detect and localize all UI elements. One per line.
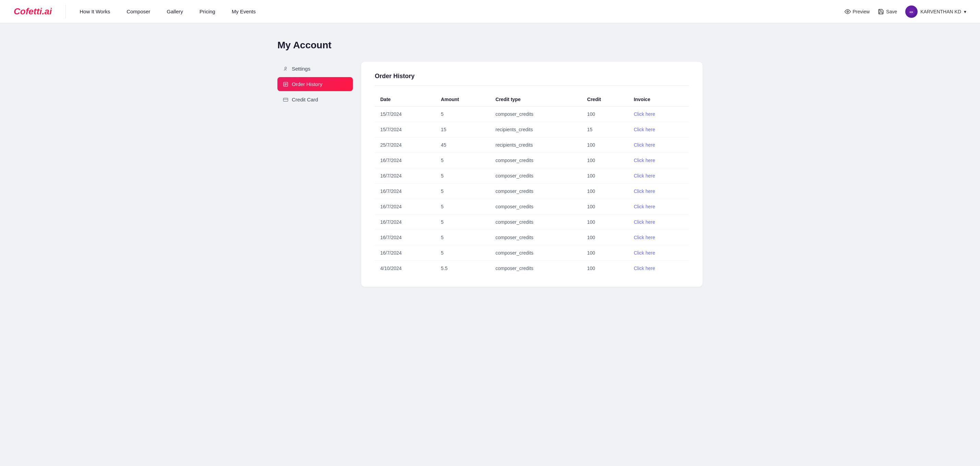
cell-credit-5: 100 bbox=[582, 184, 628, 199]
brand-logo[interactable]: Cofetti.ai bbox=[14, 6, 52, 17]
invoice-link-3[interactable]: Click here bbox=[634, 158, 655, 163]
cell-amount-3: 5 bbox=[436, 153, 490, 168]
nav-actions: Preview Save KK KARVENTHAN KD ▾ bbox=[845, 5, 967, 18]
nav-link-composer[interactable]: Composer bbox=[127, 9, 150, 14]
cell-credit-7: 100 bbox=[582, 214, 628, 230]
svg-point-0 bbox=[846, 11, 848, 12]
cell-credit_type-8: composer_credits bbox=[490, 230, 582, 245]
invoice-link-2[interactable]: Click here bbox=[634, 142, 655, 148]
content-layout: Settings Order History Credit Card Order… bbox=[277, 62, 703, 287]
cell-amount-5: 5 bbox=[436, 184, 490, 199]
sidebar: Settings Order History Credit Card bbox=[277, 62, 353, 106]
cell-date-3: 16/7/2024 bbox=[375, 153, 436, 168]
table-row: 16/7/20245composer_credits100Click here bbox=[375, 245, 689, 261]
main-content: Order History DateAmountCredit typeCredi… bbox=[361, 62, 703, 287]
nav-link-pricing[interactable]: Pricing bbox=[200, 9, 215, 14]
cell-amount-8: 5 bbox=[436, 230, 490, 245]
invoice-link-0[interactable]: Click here bbox=[634, 111, 655, 117]
cell-credit-0: 100 bbox=[582, 106, 628, 122]
table-row: 16/7/20245composer_credits100Click here bbox=[375, 214, 689, 230]
cell-credit-8: 100 bbox=[582, 230, 628, 245]
cell-credit_type-1: recipients_credits bbox=[490, 122, 582, 137]
cell-invoice-0: Click here bbox=[628, 106, 689, 122]
cell-date-6: 16/7/2024 bbox=[375, 199, 436, 214]
cell-amount-9: 5 bbox=[436, 245, 490, 261]
cell-credit_type-9: composer_credits bbox=[490, 245, 582, 261]
svg-rect-4 bbox=[283, 82, 288, 86]
section-title: Order History bbox=[375, 73, 689, 86]
cell-amount-10: 5.5 bbox=[436, 261, 490, 276]
nav-divider bbox=[65, 5, 66, 19]
invoice-link-10[interactable]: Click here bbox=[634, 266, 655, 271]
avatar: KK bbox=[905, 5, 918, 18]
cell-invoice-2: Click here bbox=[628, 137, 689, 153]
invoice-link-6[interactable]: Click here bbox=[634, 204, 655, 209]
cell-credit_type-6: composer_credits bbox=[490, 199, 582, 214]
cell-amount-0: 5 bbox=[436, 106, 490, 122]
sidebar-item-settings[interactable]: Settings bbox=[277, 62, 353, 76]
cell-credit-6: 100 bbox=[582, 199, 628, 214]
sidebar-item-credit-card[interactable]: Credit Card bbox=[277, 92, 353, 106]
cell-credit-2: 100 bbox=[582, 137, 628, 153]
user-chevron-icon: ▾ bbox=[964, 9, 966, 14]
cell-invoice-3: Click here bbox=[628, 153, 689, 168]
col-header-date: Date bbox=[375, 92, 436, 106]
cell-amount-6: 5 bbox=[436, 199, 490, 214]
cell-amount-7: 5 bbox=[436, 214, 490, 230]
table-row: 16/7/20245composer_credits100Click here bbox=[375, 184, 689, 199]
cell-invoice-5: Click here bbox=[628, 184, 689, 199]
cell-invoice-7: Click here bbox=[628, 214, 689, 230]
cell-credit_type-2: recipients_credits bbox=[490, 137, 582, 153]
invoice-link-1[interactable]: Click here bbox=[634, 127, 655, 132]
col-header-credit: Credit bbox=[582, 92, 628, 106]
invoice-link-5[interactable]: Click here bbox=[634, 189, 655, 194]
page-title: My Account bbox=[277, 40, 703, 51]
cell-date-0: 15/7/2024 bbox=[375, 106, 436, 122]
preview-button[interactable]: Preview bbox=[845, 9, 870, 15]
svg-rect-8 bbox=[283, 98, 288, 101]
cell-credit_type-4: composer_credits bbox=[490, 168, 582, 184]
table-row: 15/7/202415recipients_credits15Click her… bbox=[375, 122, 689, 137]
cell-date-8: 16/7/2024 bbox=[375, 230, 436, 245]
cell-invoice-10: Click here bbox=[628, 261, 689, 276]
table-row: 16/7/20245composer_credits100Click here bbox=[375, 168, 689, 184]
table-header-row: DateAmountCredit typeCreditInvoice bbox=[375, 92, 689, 106]
cell-date-2: 25/7/2024 bbox=[375, 137, 436, 153]
sidebar-label-settings: Settings bbox=[292, 66, 310, 71]
invoice-link-7[interactable]: Click here bbox=[634, 219, 655, 225]
save-icon bbox=[878, 9, 884, 15]
sidebar-item-order-history[interactable]: Order History bbox=[277, 77, 353, 91]
cell-invoice-1: Click here bbox=[628, 122, 689, 137]
table-row: 16/7/20245composer_credits100Click here bbox=[375, 199, 689, 214]
navbar: Cofetti.ai How It WorksComposerGalleryPr… bbox=[0, 0, 980, 23]
preview-icon bbox=[845, 9, 851, 15]
sidebar-label-order-history: Order History bbox=[292, 81, 322, 87]
order-history-icon bbox=[283, 82, 288, 87]
user-menu[interactable]: KK KARVENTHAN KD ▾ bbox=[905, 5, 966, 18]
nav-link-how-it-works[interactable]: How It Works bbox=[80, 9, 110, 14]
invoice-link-8[interactable]: Click here bbox=[634, 235, 655, 240]
cell-credit_type-7: composer_credits bbox=[490, 214, 582, 230]
cell-credit_type-0: composer_credits bbox=[490, 106, 582, 122]
col-header-amount: Amount bbox=[436, 92, 490, 106]
user-name: KARVENTHAN KD bbox=[920, 9, 961, 14]
nav-links: How It WorksComposerGalleryPricingMy Eve… bbox=[80, 9, 844, 14]
cell-invoice-8: Click here bbox=[628, 230, 689, 245]
cell-date-9: 16/7/2024 bbox=[375, 245, 436, 261]
save-label: Save bbox=[886, 9, 897, 14]
table-row: 25/7/202445recipients_credits100Click he… bbox=[375, 137, 689, 153]
nav-link-my-events[interactable]: My Events bbox=[232, 9, 256, 14]
invoice-link-9[interactable]: Click here bbox=[634, 250, 655, 255]
svg-text:KK: KK bbox=[910, 10, 913, 13]
cell-amount-4: 5 bbox=[436, 168, 490, 184]
save-button[interactable]: Save bbox=[878, 9, 897, 15]
cell-date-5: 16/7/2024 bbox=[375, 184, 436, 199]
preview-label: Preview bbox=[853, 9, 870, 14]
col-header-invoice: Invoice bbox=[628, 92, 689, 106]
table-row: 16/7/20245composer_credits100Click here bbox=[375, 230, 689, 245]
cell-credit-10: 100 bbox=[582, 261, 628, 276]
cell-invoice-4: Click here bbox=[628, 168, 689, 184]
nav-link-gallery[interactable]: Gallery bbox=[167, 9, 183, 14]
invoice-link-4[interactable]: Click here bbox=[634, 173, 655, 179]
cell-amount-2: 45 bbox=[436, 137, 490, 153]
